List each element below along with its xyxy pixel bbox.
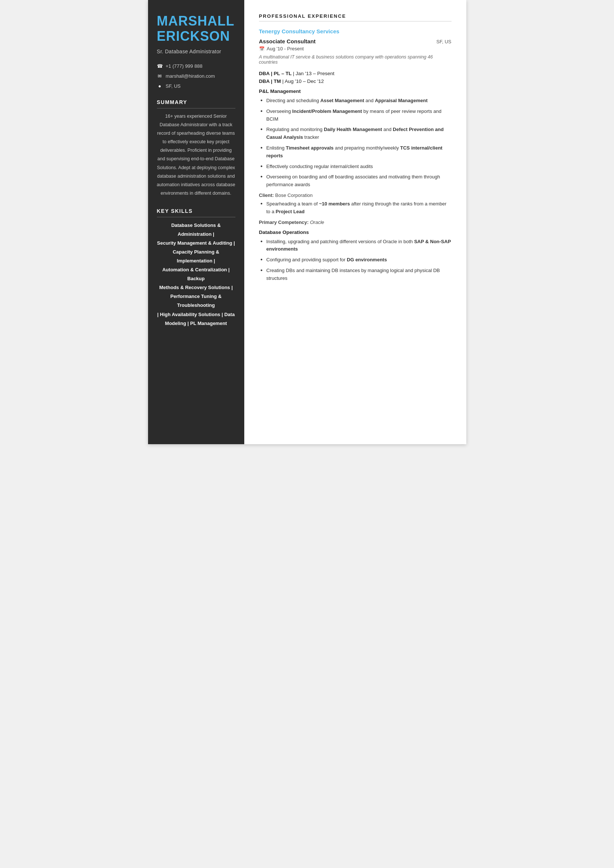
pl-management-bullets: Directing and scheduling Asset Managemen…	[259, 97, 451, 189]
summary-text: 16+ years experienced Senior Database Ad…	[157, 112, 236, 198]
role-label-2: DBA | TM	[259, 79, 281, 84]
bullet-item: Overseeing Incident/Problem Management b…	[259, 108, 451, 123]
skills-text: Database Solutions & Administration | Se…	[157, 221, 236, 328]
email-icon: ✉	[157, 73, 163, 79]
summary-heading: SUMMARY	[157, 99, 236, 108]
location-text: SF, US	[166, 83, 181, 89]
phone-icon: ☎	[157, 63, 163, 69]
bullet-item: Spearheading a team of ~10 members after…	[259, 200, 451, 216]
location-icon: ●	[157, 83, 163, 89]
role-label-1: DBA | PL – TL	[259, 71, 291, 76]
role-dates-2: | Aug '10 – Dec '12	[282, 79, 324, 84]
job-header: Associate Consultant SF, US	[259, 38, 451, 44]
bullet-item: Directing and scheduling Asset Managemen…	[259, 97, 451, 105]
contact-list: ☎ +1 (777) 999 888 ✉ marshall@hiration.c…	[157, 63, 236, 89]
candidate-title: Sr. Database Administrator	[157, 48, 236, 54]
bullet-item: Enlisting Timesheet approvals and prepar…	[259, 144, 451, 160]
main-content: PROFESSIONAL EXPERIENCE Tenergy Consulta…	[244, 0, 466, 444]
skills-heading: KEY SKILLS	[157, 208, 236, 217]
company-name: Tenergy Consultancy Services	[259, 28, 451, 34]
primary-competency: Primary Competency: Oracle	[259, 220, 451, 225]
job-dates: 📅 Aug '10 - Present	[259, 46, 451, 51]
pl-management-title: P&L Management	[259, 88, 451, 94]
section-title: PROFESSIONAL EXPERIENCE	[259, 13, 451, 22]
phone-text: +1 (777) 999 888	[166, 63, 202, 69]
bullet-item: Regulating and monitoring Daily Health M…	[259, 126, 451, 141]
db-operations-title: Database Operations	[259, 229, 451, 235]
bullet-item: Overseeing on boarding and off boarding …	[259, 173, 451, 189]
bullet-item: Creating DBs and maintaining DB instance…	[259, 267, 451, 282]
location-item: ● SF, US	[157, 83, 236, 89]
client-line: Client: Bose Corporation	[259, 192, 451, 198]
email-item: ✉ marshall@hiration.com	[157, 73, 236, 79]
job-title: Associate Consultant	[259, 38, 316, 44]
phone-item: ☎ +1 (777) 999 888	[157, 63, 236, 69]
client-bullets: Spearheading a team of ~10 members after…	[259, 200, 451, 216]
bullet-item: Configuring and providing support for DG…	[259, 256, 451, 264]
role-row-1: DBA | PL – TL | Jan '13 – Present	[259, 71, 451, 76]
role-dates-1: | Jan '13 – Present	[293, 71, 335, 76]
bullet-item: Installing, upgrading and patching diffe…	[259, 238, 451, 254]
job-location: SF, US	[436, 39, 451, 44]
db-operations-bullets: Installing, upgrading and patching diffe…	[259, 238, 451, 282]
bullet-item: Effectively conducting regular internal/…	[259, 163, 451, 170]
sidebar: MARSHALL ERICKSON Sr. Database Administr…	[148, 0, 244, 444]
skills-section: KEY SKILLS Database Solutions & Administ…	[157, 208, 236, 328]
role-row-2: DBA | TM | Aug '10 – Dec '12	[259, 79, 451, 84]
summary-section: SUMMARY 16+ years experienced Senior Dat…	[157, 99, 236, 198]
email-text: marshall@hiration.com	[166, 73, 215, 79]
calendar-icon: 📅	[259, 46, 265, 51]
candidate-name: MARSHALL ERICKSON	[157, 13, 236, 44]
company-description: A multinational IT service & business so…	[259, 54, 451, 65]
